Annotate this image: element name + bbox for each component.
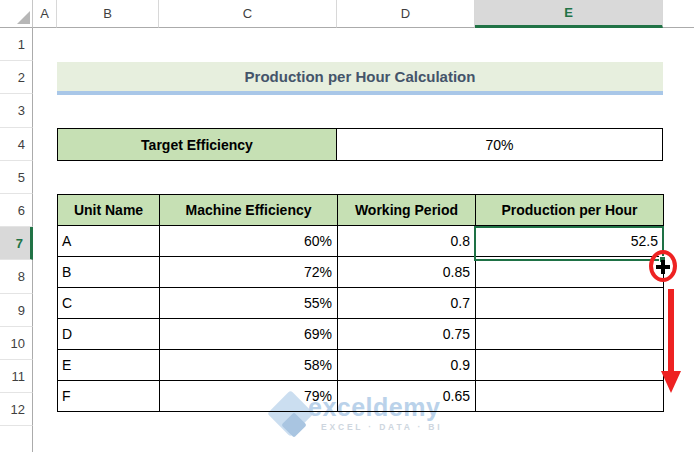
row-header-4[interactable]: 4 [0, 128, 33, 161]
row-header-5[interactable]: 5 [0, 161, 33, 194]
row-header-12[interactable]: 12 [0, 393, 33, 426]
cursor-cross-vertical [661, 260, 665, 274]
column-header-b[interactable]: B [57, 0, 159, 28]
row-header-3[interactable]: 3 [0, 94, 33, 128]
cell-c10[interactable]: 69% [160, 319, 338, 350]
column-header-c[interactable]: C [159, 0, 337, 28]
cell-e11[interactable] [476, 350, 664, 381]
watermark-tagline: EXCEL · DATA · BI [321, 422, 442, 432]
column-header-a[interactable]: A [33, 0, 57, 28]
row-header-2[interactable]: 2 [0, 61, 33, 94]
cell-c11[interactable]: 58% [160, 350, 338, 381]
cell-e8[interactable] [476, 257, 664, 288]
cell-c12[interactable]: 79% [160, 381, 338, 412]
title-banner-cell[interactable]: Production per Hour Calculation [57, 62, 663, 95]
row-header-6[interactable]: 6 [0, 194, 33, 227]
column-header-d[interactable]: D [337, 0, 475, 28]
table-row: F 79% 0.65 [58, 381, 664, 412]
target-efficiency-value-cell[interactable]: 70% [337, 129, 662, 160]
cell-b12[interactable]: F [58, 381, 160, 412]
row-header-1[interactable]: 1 [0, 28, 33, 61]
cell-c7[interactable]: 60% [160, 226, 338, 257]
cell-e9[interactable] [476, 288, 664, 319]
cell-d7[interactable]: 0.8 [338, 226, 476, 257]
header-working-period[interactable]: Working Period [338, 195, 476, 226]
cell-e10[interactable] [476, 319, 664, 350]
cell-b7[interactable]: A [58, 226, 160, 257]
cell-d12[interactable]: 0.65 [338, 381, 476, 412]
row-header-11[interactable]: 11 [0, 360, 33, 393]
row-header-9[interactable]: 9 [0, 294, 33, 327]
select-all-triangle-icon [17, 11, 30, 24]
cell-d11[interactable]: 0.9 [338, 350, 476, 381]
column-header-filler [663, 0, 694, 28]
cell-b10[interactable]: D [58, 319, 160, 350]
cell-b11[interactable]: E [58, 350, 160, 381]
header-production-per-hour[interactable]: Production per Hour [476, 195, 664, 226]
cell-e7-selected[interactable]: 52.5 [476, 226, 664, 257]
header-unit-name[interactable]: Unit Name [58, 195, 160, 226]
select-all-corner[interactable] [0, 0, 33, 28]
page-title: Production per Hour Calculation [245, 68, 476, 85]
cell-b9[interactable]: C [58, 288, 160, 319]
cell-c8[interactable]: 72% [160, 257, 338, 288]
row-header-8[interactable]: 8 [0, 260, 33, 294]
row-header-7-selected[interactable]: 7 [0, 227, 33, 260]
target-efficiency-row: Target Efficiency 70% [57, 128, 663, 161]
row-header-filler [0, 426, 33, 452]
cell-d8[interactable]: 0.85 [338, 257, 476, 288]
cell-c9[interactable]: 55% [160, 288, 338, 319]
table-row: D 69% 0.75 [58, 319, 664, 350]
table-row: C 55% 0.7 [58, 288, 664, 319]
header-machine-efficiency[interactable]: Machine Efficiency [160, 195, 338, 226]
cell-d10[interactable]: 0.75 [338, 319, 476, 350]
table-header-row: Unit Name Machine Efficiency Working Per… [58, 195, 664, 226]
column-header-e-selected[interactable]: E [475, 0, 663, 28]
target-efficiency-label-cell[interactable]: Target Efficiency [58, 129, 337, 160]
row-header-10[interactable]: 10 [0, 327, 33, 360]
red-arrow-head-icon [661, 371, 681, 393]
cell-d9[interactable]: 0.7 [338, 288, 476, 319]
red-arrow-shaft [668, 289, 674, 373]
table-row: B 72% 0.85 [58, 257, 664, 288]
fill-handle-cursor-icon [656, 260, 670, 274]
cell-e12[interactable] [476, 381, 664, 412]
production-table: Unit Name Machine Efficiency Working Per… [57, 194, 664, 412]
cell-b8[interactable]: B [58, 257, 160, 288]
table-row: A 60% 0.8 52.5 [58, 226, 664, 257]
spreadsheet: A B C D E 1 2 3 4 5 6 7 8 9 10 11 12 exc… [0, 0, 694, 452]
table-row: E 58% 0.9 [58, 350, 664, 381]
